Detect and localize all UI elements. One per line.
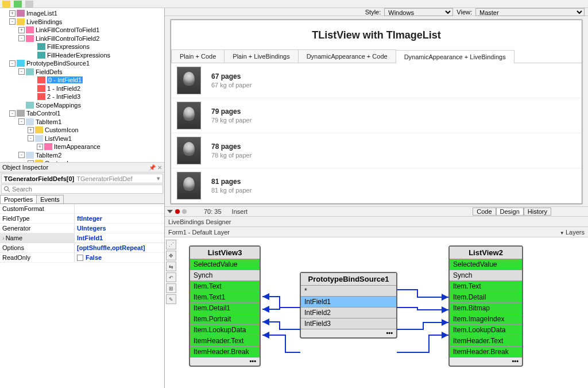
node-listview2[interactable]: ListView2SelectedValueSynchItem.TextItem… [448,245,523,367]
bookmark-icon[interactable] [182,209,187,214]
node-more-icon[interactable]: ••• [450,358,522,366]
property-value[interactable]: UIntegers [75,224,164,233]
lb-tool-4[interactable]: ↶ [166,272,176,282]
node-field[interactable]: Synch [190,270,260,281]
node-field[interactable]: Item.Text [190,281,260,292]
tree-item[interactable]: FillExpressions [2,43,164,51]
tree-item[interactable]: +ItemAppearance [2,143,164,151]
listview[interactable]: 67 pages67 kg of paper79 pages79 kg of p… [171,63,582,203]
form-tab[interactable]: Plain + Code [171,49,225,63]
tree-item[interactable]: FillHeaderExpressions [2,51,164,60]
tree-item[interactable]: -ListView1 [2,135,164,143]
list-item[interactable]: 81 pages81 kg of paper [171,168,582,203]
node-field[interactable]: Item.Portrait [190,314,260,325]
toolbar-icon-2[interactable] [14,1,22,7]
tree-item[interactable]: +CustomIcon [2,126,164,135]
tree-expand-icon[interactable]: - [18,152,25,158]
property-row[interactable]: FieldTypeftInteger [0,214,164,224]
tab-code[interactable]: Code [473,208,496,216]
node-field[interactable]: Synch [450,270,522,281]
tree-expand-icon[interactable]: + [37,144,43,150]
node-field[interactable]: IntField2 [301,308,396,318]
node-field[interactable]: Item.Text [450,281,522,292]
tree-item[interactable]: -TabItem1 [2,118,164,126]
property-row[interactable]: CustomFormat [0,204,164,214]
node-field[interactable]: IntField3 [301,318,396,329]
node-more-icon[interactable]: ••• [190,358,260,366]
form-tabcontrol[interactable]: Plain + CodePlain + LiveBindingsDynamicA… [171,49,582,63]
node-field[interactable]: Item.Detail1 [190,303,260,314]
node-field[interactable]: Item.Text1 [190,292,260,303]
tree-item[interactable]: 2 - IntField3 [2,93,164,101]
form-tab[interactable]: Plain + LiveBindings [224,49,298,63]
node-prototypebindsource1[interactable]: PrototypeBindSource1*IntField1IntField2I… [300,272,397,339]
run-icon[interactable] [167,210,173,213]
tree-item[interactable]: -PrototypeBindSource1 [2,59,164,68]
form-tab[interactable]: DynamicAppearance + LiveBindings [396,50,514,63]
list-item[interactable]: 78 pages78 kg of paper [171,133,582,168]
tree-item[interactable]: -LiveBindings [2,18,164,26]
list-item[interactable]: 79 pages79 kg of paper [171,98,582,133]
node-field[interactable]: ItemHeader.Text [450,336,522,347]
node-field[interactable]: Item.LookupData [190,325,260,336]
node-field[interactable]: Item.LookupData [450,325,522,336]
tree-item[interactable]: ScopeMappings [2,101,164,110]
tree-item[interactable]: -TabControl1 [2,109,164,118]
property-value[interactable] [75,204,164,213]
tree-item[interactable]: -TabItem2 [2,151,164,160]
property-row[interactable]: NameIntField1 [0,233,164,243]
oi-tab-events[interactable]: Events [36,195,64,203]
oi-tab-properties[interactable]: Properties [0,195,37,203]
view-combo[interactable]: Master [475,8,585,16]
chevron-down-icon[interactable]: ▾ [157,175,160,182]
tree-item[interactable]: +ImageList1 [2,9,164,18]
node-field[interactable]: ItemHeader.Break [450,347,522,358]
node-field[interactable]: Item.ImageIndex [450,314,522,325]
property-row[interactable]: GeneratorUIntegers [0,224,164,233]
style-combo[interactable]: Windows [384,8,453,16]
list-item[interactable]: 67 pages67 kg of paper [171,63,582,98]
tree-expand-icon[interactable]: + [9,10,16,17]
structure-tree[interactable]: +ImageList1-LiveBindings+LinkFillControl… [0,8,164,162]
breakpoint-icon[interactable] [175,209,180,214]
tree-item[interactable]: 0 - IntField1 [2,76,164,84]
tree-expand-icon[interactable]: - [18,118,25,125]
tree-expand-icon[interactable]: - [9,60,16,67]
property-grid[interactable]: CustomFormatFieldTypeftIntegerGeneratorU… [0,204,164,388]
toolbar-icon-1[interactable] [2,1,10,7]
node-more-icon[interactable]: ••• [301,329,396,337]
node-listview3[interactable]: ListView3SelectedValueSynchItem.TextItem… [189,245,261,367]
tab-design[interactable]: Design [496,208,524,216]
lb-tool-5[interactable]: ⊞ [166,283,176,293]
lb-tool-1[interactable]: ⋰ [166,240,176,249]
oi-instance-combo[interactable]: TGeneratorFieldDefs[0] TGeneratorFieldDe… [1,174,163,183]
toolbar-icon-3[interactable] [25,1,33,7]
node-field[interactable]: Item.Bitmap [450,303,522,314]
tree-expand-icon[interactable]: - [18,68,25,75]
node-field[interactable]: ItemHeader.Text [190,336,260,347]
node-field[interactable]: SelectedValue [450,259,522,270]
checkbox-icon[interactable] [77,255,83,261]
tree-expand-icon[interactable]: - [18,35,25,41]
tree-item[interactable]: -LinkFillControlToField2 [2,34,164,43]
oi-pin-icons[interactable]: 📌 ✕ [149,164,162,171]
node-field[interactable]: SelectedValue [190,259,260,270]
tab-history[interactable]: History [524,208,551,216]
form-tab[interactable]: DynamicAppearance + Code [298,49,396,63]
form-designer[interactable]: TListView with TImageList Plain + CodePl… [165,16,588,206]
node-field[interactable]: ItemHeader.Break [190,347,260,358]
property-row[interactable]: ReadOnlyFalse [0,253,164,263]
tree-expand-icon[interactable]: + [28,127,34,133]
property-value[interactable]: False [75,253,164,262]
oi-search-input[interactable] [12,186,161,193]
tree-item[interactable]: 1 - IntField2 [2,84,164,93]
lb-tool-6[interactable]: ✎ [166,294,176,304]
livebindings-canvas[interactable]: ⋰ ✥ ⇆ ↶ ⊞ ✎ ListView3SelectedValueSynchI… [165,237,588,388]
property-value[interactable]: IntField1 [75,233,164,243]
node-field[interactable]: Item.Detail [450,292,522,303]
node-field[interactable]: IntField1 [301,297,396,308]
tree-expand-icon[interactable]: - [28,135,34,141]
tree-expand-icon[interactable]: + [18,27,25,33]
tree-expand-icon[interactable]: - [9,110,16,117]
lb-tool-2[interactable]: ✥ [166,251,176,260]
